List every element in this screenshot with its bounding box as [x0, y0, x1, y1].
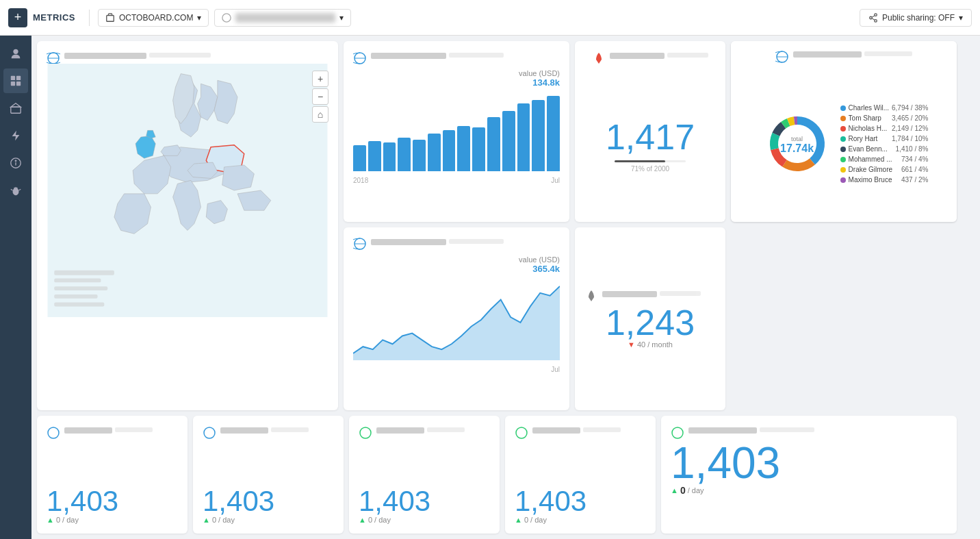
dashboard-value: ██████████████	[235, 13, 335, 23]
bc2-icon	[203, 426, 216, 440]
line-chart-svg	[353, 278, 560, 360]
bar	[398, 138, 411, 172]
svg-point-38	[672, 427, 683, 438]
public-sharing-label: Public sharing: OFF	[882, 13, 955, 23]
svg-rect-10	[16, 76, 21, 80]
bc1-icon	[47, 426, 60, 440]
bar-chart-label-end: Jul	[551, 177, 560, 184]
donut-2-subtitle	[864, 51, 912, 56]
map-title	[64, 53, 146, 59]
svg-line-20	[11, 189, 13, 190]
map-subtitle	[149, 53, 211, 58]
line-chart-card: value (USD) 365.4k Jul	[344, 227, 569, 411]
bottom-trend-3-val: 0 / day	[368, 516, 391, 524]
bar	[487, 117, 500, 171]
sidebar-item-dashboard[interactable]	[3, 68, 28, 93]
share-icon	[868, 13, 878, 23]
bar-chart-labels: 2018 Jul	[353, 177, 560, 184]
divider-1	[89, 10, 90, 26]
zoom-in-button[interactable]: +	[312, 71, 328, 87]
sidebar-item-bank[interactable]	[3, 96, 28, 121]
bar	[428, 134, 441, 171]
building-icon	[105, 13, 115, 23]
svg-point-4	[870, 16, 873, 19]
donut-2-icon	[775, 50, 789, 64]
bottom-card-1: 1,403 ▲ 0 / day	[37, 416, 188, 534]
sidebar-item-bug[interactable]	[3, 178, 28, 203]
zoom-out-button[interactable]: −	[312, 88, 328, 105]
bar-chart-label-start: 2018	[353, 177, 368, 184]
svg-rect-9	[11, 76, 15, 80]
home-button[interactable]: ⌂	[312, 106, 328, 123]
bottom-trend-5-unit: / day	[688, 486, 704, 494]
svg-point-19	[13, 188, 19, 195]
legend-item: Maximo Bruce437 / 2%	[840, 176, 929, 184]
bc3-icon	[359, 426, 372, 440]
svg-marker-32	[353, 286, 560, 360]
donut-2-title	[793, 51, 862, 58]
map-card: + − ⌂	[37, 41, 338, 410]
bar-chart-card: value (USD) 134.8k 2018 Jul	[344, 41, 569, 222]
bottom-trend-4-val: 0 / day	[524, 516, 547, 524]
bottom-trend-2-val: 0 / day	[212, 516, 235, 524]
domain-button[interactable]: OCTOBOARD.COM ▾	[98, 9, 209, 27]
legend-item: Evan Benn...1,410 / 8%	[840, 145, 929, 153]
rocket-icon	[592, 51, 606, 65]
big-num-card-2: 1,243 ▼ 40 / month	[575, 227, 725, 411]
big-num-2-trend: ▼ 40 / month	[628, 340, 673, 349]
svg-point-34	[48, 427, 59, 438]
svg-point-37	[516, 427, 527, 438]
add-button[interactable]: +	[8, 8, 27, 27]
sidebar-item-lightning[interactable]	[3, 123, 28, 148]
svg-point-18	[15, 160, 16, 161]
bottom-trend-1-val: 0 / day	[56, 516, 79, 524]
domain-label: OCTOBOARD.COM	[119, 13, 193, 23]
big-num-2-value: 1,243	[606, 305, 695, 340]
svg-point-3	[875, 13, 877, 16]
bottom-card-5: 1,403 ▲ 0 / day	[661, 416, 957, 534]
bottom-card-5-header	[671, 425, 947, 440]
map-container: + − ⌂	[47, 71, 328, 324]
svg-rect-24	[54, 271, 114, 275]
big-num-2-trend-value: 40 / month	[637, 340, 673, 349]
map-icon	[47, 51, 60, 65]
svg-line-21	[19, 189, 21, 190]
svg-point-8	[13, 49, 18, 54]
sidebar	[0, 36, 31, 539]
svg-rect-28	[54, 303, 104, 307]
svg-marker-14	[11, 103, 21, 107]
big-num-2-title	[602, 291, 657, 297]
legend-item: Mohammed ...734 / 4%	[840, 155, 929, 163]
donut-2-center: total 17.74k	[780, 136, 814, 155]
up-arrow-2: ▲	[203, 516, 210, 524]
bottom-trend-4: ▲ 0 / day	[515, 516, 646, 524]
sidebar-item-info[interactable]	[3, 151, 28, 175]
main-grid: + − ⌂	[31, 36, 980, 539]
bottom-card-4: 1,403 ▲ 0 / day	[505, 416, 656, 534]
sidebar-item-user[interactable]	[3, 41, 28, 66]
bottom-card-2: 1,403 ▲ 0 / day	[193, 416, 344, 534]
bar	[413, 140, 426, 171]
europe-map-svg	[47, 64, 328, 317]
svg-marker-15	[12, 131, 20, 140]
line-chart-labels: Jul	[353, 366, 560, 373]
svg-point-5	[875, 19, 877, 22]
map-controls[interactable]: + − ⌂	[312, 71, 328, 123]
topbar: + METRICS OCTOBOARD.COM ▾ ██████████████…	[0, 0, 980, 36]
bottom-card-4-header	[515, 425, 646, 440]
svg-point-35	[204, 427, 215, 438]
metrics-label: METRICS	[33, 12, 75, 23]
map-card-header	[47, 51, 328, 65]
public-sharing-button[interactable]: Public sharing: OFF ▾	[860, 9, 972, 27]
traffic-icon	[584, 289, 598, 303]
bar-chart-bars	[353, 92, 560, 174]
trend-arrow-down: ▼	[628, 340, 635, 349]
line-chart-subtitle	[449, 239, 504, 244]
svg-rect-26	[54, 286, 107, 290]
bar-chart-value: 134.8k	[353, 77, 560, 88]
up-arrow-4: ▲	[515, 516, 522, 524]
dashboard-selector[interactable]: ██████████████ ▾	[214, 9, 351, 27]
svg-rect-27	[54, 294, 97, 299]
bottom-trend-5-val: 0	[680, 485, 686, 496]
donut-card-2: total 17.74k Charles Wil...6,794 / 38%To…	[731, 41, 957, 222]
